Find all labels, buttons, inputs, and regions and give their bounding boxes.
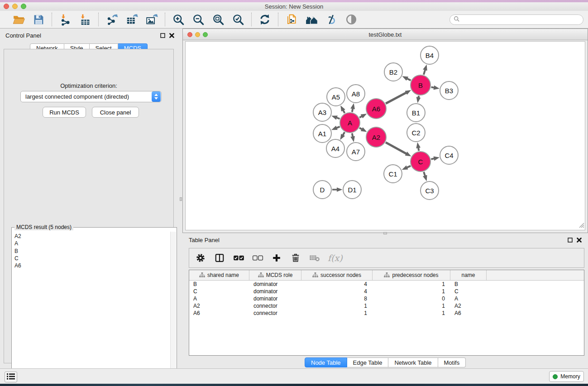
zoom-fit-icon[interactable] <box>211 13 225 26</box>
edge[interactable] <box>386 93 406 104</box>
tab-node-table[interactable]: Node Table <box>305 357 347 367</box>
edge[interactable] <box>424 172 425 176</box>
network-canvas[interactable]: B4B2BB3A8A5A6A3B1AC2A1A2A4A7C4CC1DD1C3 <box>185 41 585 230</box>
edge[interactable] <box>359 128 362 129</box>
memory-button[interactable]: Memory <box>549 371 584 382</box>
graph-node-A1[interactable]: A1 <box>313 124 332 143</box>
mcds-result-list[interactable]: A2ABCA6 <box>12 232 170 380</box>
tab-network-table[interactable]: Network Table <box>388 357 438 367</box>
column-header-shared-name[interactable]: shared name <box>189 270 249 280</box>
zoom-in-icon[interactable] <box>172 13 185 26</box>
edge[interactable] <box>431 158 434 159</box>
table-row[interactable]: A6connector11A6 <box>189 310 584 317</box>
delete-column-icon[interactable] <box>290 252 301 264</box>
edge[interactable] <box>419 96 419 98</box>
criterion-dropdown[interactable]: largest connected component (directed) <box>20 91 162 102</box>
float-panel-icon[interactable] <box>568 238 573 243</box>
zoom-window-icon[interactable] <box>21 4 26 9</box>
edge[interactable] <box>424 70 425 75</box>
graph-node-A4[interactable]: A4 <box>326 139 345 158</box>
resize-grip-icon[interactable] <box>578 222 584 229</box>
close-panel-icon[interactable] <box>577 238 582 243</box>
graph-node-C4[interactable]: C4 <box>440 146 459 165</box>
open-file-icon[interactable] <box>12 13 25 26</box>
graph-node-D1[interactable]: D1 <box>343 180 362 199</box>
run-mcds-button[interactable]: Run MCDS <box>43 107 86 118</box>
table-row[interactable]: Bdominator41B <box>189 281 584 288</box>
zoom-out-icon[interactable] <box>191 13 205 26</box>
edge[interactable] <box>359 116 362 118</box>
column-header-MCDS-role[interactable]: MCDS role <box>249 270 301 280</box>
import-table-icon[interactable] <box>78 13 92 26</box>
graph-node-A2[interactable]: A2 <box>366 127 387 148</box>
graph-node-A7[interactable]: A7 <box>346 142 365 161</box>
close-panel-icon[interactable] <box>169 33 174 38</box>
edge[interactable] <box>352 133 353 137</box>
graph-node-A[interactable]: A <box>339 112 360 133</box>
refresh-icon[interactable] <box>258 13 272 26</box>
copy-network-icon[interactable] <box>285 13 298 26</box>
graph-node-B1[interactable]: B1 <box>406 103 425 122</box>
edge[interactable] <box>337 118 340 119</box>
graph-node-A8[interactable]: A8 <box>346 84 365 103</box>
graph-node-A3[interactable]: A3 <box>313 103 332 122</box>
task-history-button[interactable] <box>5 372 17 382</box>
table-row[interactable]: A2connector11A2 <box>189 302 584 310</box>
column-header-predecessor-nodes[interactable]: predecessor nodes <box>373 270 450 280</box>
edge[interactable] <box>431 87 434 88</box>
export-image-icon[interactable] <box>145 13 158 26</box>
close-view-icon[interactable] <box>187 32 192 37</box>
splitter-handle[interactable] <box>383 232 387 234</box>
network-window-titlebar[interactable]: testGlobe.txt <box>183 29 588 40</box>
graph-node-B3[interactable]: B3 <box>440 81 459 100</box>
edge[interactable] <box>343 132 345 135</box>
graph-node-C[interactable]: C <box>410 151 431 172</box>
export-network-icon[interactable] <box>105 13 119 26</box>
result-scrollbar[interactable] <box>170 232 176 380</box>
graph-node-C3[interactable]: C3 <box>420 181 439 200</box>
float-panel-icon[interactable] <box>160 33 165 38</box>
edge[interactable] <box>418 148 419 151</box>
import-network-icon[interactable] <box>58 13 72 26</box>
add-column-icon[interactable] <box>271 252 282 264</box>
delete-table-icon[interactable] <box>309 252 320 264</box>
close-window-icon[interactable] <box>4 4 9 9</box>
select-all-icon[interactable] <box>233 252 244 264</box>
edge[interactable] <box>352 109 353 112</box>
function-builder-icon[interactable]: f(x) <box>328 252 343 264</box>
graph-node-A6[interactable]: A6 <box>366 98 387 119</box>
graph-node-B[interactable]: B <box>410 75 431 95</box>
edge[interactable] <box>407 166 411 168</box>
edge[interactable] <box>343 110 344 113</box>
gear-icon[interactable] <box>195 252 206 264</box>
deselect-all-icon[interactable] <box>252 252 263 264</box>
column-header-successor-nodes[interactable]: successor nodes <box>301 270 373 280</box>
graphics-details-icon[interactable] <box>325 13 338 26</box>
zoom-view-icon[interactable] <box>203 32 208 37</box>
splitter-handle[interactable] <box>180 197 182 201</box>
tab-edge-table[interactable]: Edge Table <box>347 357 389 367</box>
minimize-window-icon[interactable] <box>12 4 18 9</box>
edge[interactable] <box>407 79 411 81</box>
birdseye-view-icon[interactable] <box>344 13 358 26</box>
table-row[interactable]: Cdominator41C <box>189 288 584 295</box>
graph-node-D[interactable]: D <box>313 180 332 199</box>
home-layout-icon[interactable] <box>305 13 318 26</box>
export-table-icon[interactable] <box>125 13 139 26</box>
edge[interactable] <box>386 143 406 154</box>
graph-node-B2[interactable]: B2 <box>384 62 403 81</box>
save-session-icon[interactable] <box>32 13 45 26</box>
search-field[interactable] <box>449 14 583 25</box>
table-row[interactable]: Adominator80A <box>189 295 584 302</box>
graph-node-C2[interactable]: C2 <box>406 123 425 142</box>
graph-node-C1[interactable]: C1 <box>383 164 402 183</box>
column-header-name[interactable]: name <box>450 270 487 280</box>
zoom-selected-icon[interactable] <box>231 13 245 26</box>
search-input[interactable] <box>462 15 583 24</box>
column-browser-icon[interactable] <box>214 252 225 264</box>
edge[interactable] <box>337 127 340 128</box>
close-panel-button[interactable]: Close panel <box>92 107 139 118</box>
minimize-view-icon[interactable] <box>195 32 200 37</box>
graph-node-A5[interactable]: A5 <box>326 87 345 106</box>
graph-node-B4[interactable]: B4 <box>420 46 439 65</box>
